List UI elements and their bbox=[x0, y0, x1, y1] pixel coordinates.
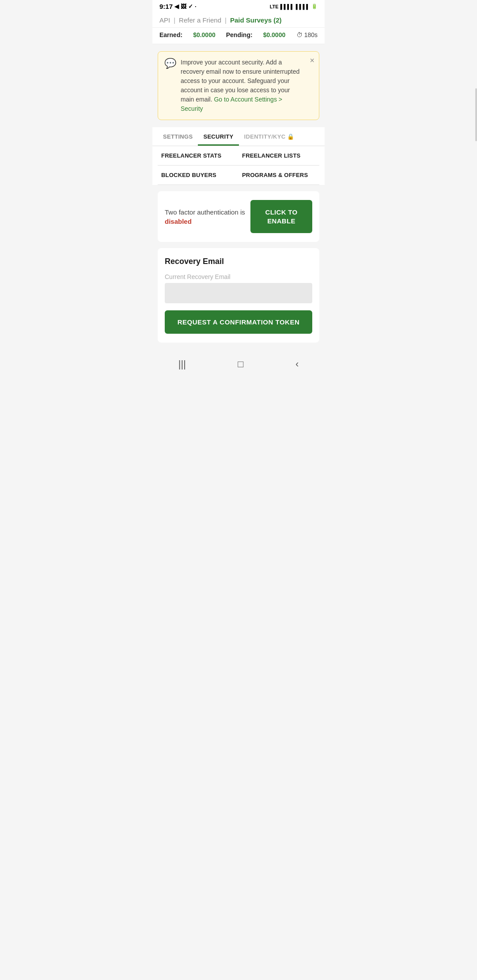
pending-label: Pending: bbox=[226, 31, 253, 38]
recovery-email-input[interactable] bbox=[165, 283, 312, 303]
timer-value: 180s bbox=[304, 31, 318, 38]
separator-1: | bbox=[174, 16, 175, 24]
blocked-buyers-link[interactable]: BLOCKED BUYERS bbox=[158, 166, 238, 185]
lte-label: LTE bbox=[270, 4, 279, 9]
programs-offers-link[interactable]: PROGRAMS & OFFERS bbox=[238, 166, 319, 185]
tfa-text: Two factor authentication is disabled bbox=[165, 207, 245, 226]
stats-bar: Earned: $0.0000 Pending: $0.0000 ⏱ 180s bbox=[152, 28, 325, 44]
api-link[interactable]: API bbox=[159, 16, 170, 24]
dot-icon: · bbox=[195, 3, 197, 10]
top-nav: API | Refer a Friend | Paid Surveys (2) bbox=[152, 13, 325, 28]
status-time: 9:17 bbox=[159, 3, 173, 10]
clock-icon: ⏱ bbox=[296, 31, 303, 38]
signal-icon-1: ▌▌▌▌ bbox=[280, 4, 294, 9]
tfa-status: disabled bbox=[165, 218, 192, 225]
done-icon: ✓ bbox=[188, 3, 193, 10]
recovery-email-label: Current Recovery Email bbox=[165, 273, 312, 280]
home-button[interactable]: □ bbox=[229, 355, 252, 373]
earned-value: $0.0000 bbox=[193, 31, 216, 38]
recovery-email-title: Recovery Email bbox=[165, 257, 312, 266]
sub-nav: FREELANCER STATS FREELANCER LISTS BLOCKE… bbox=[152, 146, 325, 185]
tab-identity-kyc[interactable]: IDENTITY/KYC 🔒 bbox=[239, 127, 300, 146]
banner-close-button[interactable]: × bbox=[310, 56, 314, 65]
click-to-enable-button[interactable]: CLICK TOENABLE bbox=[250, 200, 312, 233]
freelancer-stats-link[interactable]: FREELANCER STATS bbox=[158, 146, 238, 165]
navigation-icon: ◀ bbox=[174, 3, 179, 10]
pending-value: $0.0000 bbox=[263, 31, 286, 38]
request-confirmation-token-button[interactable]: REQUEST A CONFIRMATION TOKEN bbox=[165, 310, 312, 334]
sub-nav-row-1: FREELANCER STATS FREELANCER LISTS bbox=[158, 146, 319, 166]
two-factor-card: Two factor authentication is disabled CL… bbox=[158, 191, 319, 242]
menu-button[interactable]: ||| bbox=[170, 355, 195, 373]
tfa-row: Two factor authentication is disabled CL… bbox=[165, 200, 312, 233]
banner-text: Improve your account security. Add a rec… bbox=[181, 58, 303, 113]
freelancer-lists-link[interactable]: FREELANCER LISTS bbox=[238, 146, 319, 165]
banner-icon: 💬 bbox=[164, 58, 176, 113]
back-button[interactable]: ‹ bbox=[287, 355, 307, 373]
recovery-email-card: Recovery Email Current Recovery Email RE… bbox=[158, 248, 319, 343]
battery-icon: 🔋 bbox=[311, 4, 318, 9]
earned-label: Earned: bbox=[159, 31, 182, 38]
signal-icon-2: ▌▌▌▌ bbox=[296, 4, 310, 9]
status-bar: 9:17 ◀ 🖼 ✓ · LTE ▌▌▌▌ ▌▌▌▌ 🔋 bbox=[152, 0, 325, 13]
tab-settings[interactable]: SETTINGS bbox=[158, 127, 198, 146]
paid-surveys-link[interactable]: Paid Surveys (2) bbox=[230, 16, 282, 24]
tab-security[interactable]: SECURITY bbox=[198, 127, 238, 146]
refer-link[interactable]: Refer a Friend bbox=[179, 16, 221, 24]
separator-2: | bbox=[225, 16, 227, 24]
image-icon: 🖼 bbox=[181, 3, 186, 10]
lock-icon: 🔒 bbox=[287, 133, 294, 140]
timer: ⏱ 180s bbox=[296, 31, 318, 38]
main-tabs: SETTINGS SECURITY IDENTITY/KYC 🔒 bbox=[152, 127, 325, 146]
security-banner: 💬 Improve your account security. Add a r… bbox=[158, 51, 319, 120]
bottom-nav-bar: ||| □ ‹ bbox=[152, 349, 325, 381]
sub-nav-row-2: BLOCKED BUYERS PROGRAMS & OFFERS bbox=[158, 166, 319, 185]
